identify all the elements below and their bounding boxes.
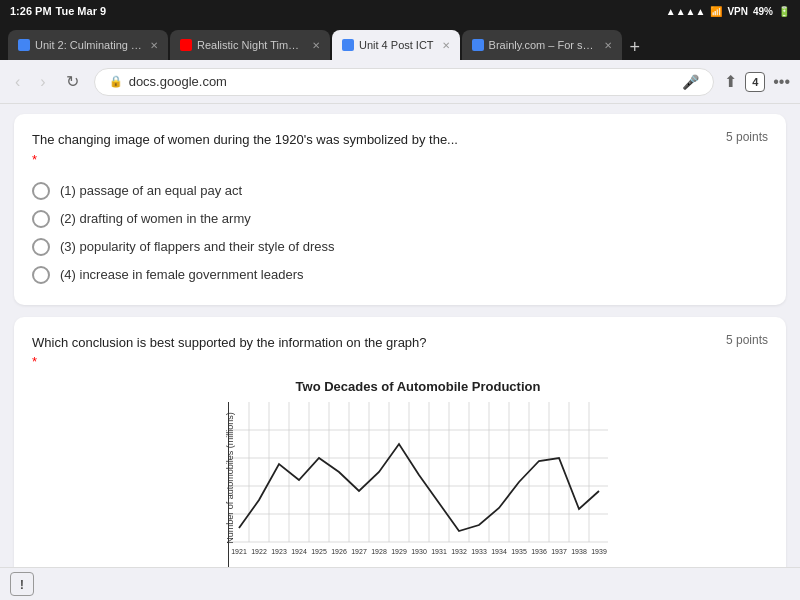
radio-q1o3[interactable] bbox=[32, 238, 50, 256]
tab-favicon-unit4 bbox=[342, 39, 354, 51]
svg-text:1939: 1939 bbox=[591, 548, 607, 555]
svg-text:1929: 1929 bbox=[391, 548, 407, 555]
microphone-icon[interactable]: 🎤 bbox=[682, 74, 699, 90]
svg-text:1935: 1935 bbox=[511, 548, 527, 555]
option-row-q1o2: (2) drafting of women in the army bbox=[32, 205, 768, 233]
question-2-card: Which conclusion is best supported by th… bbox=[14, 317, 786, 601]
option-text-q1o2: (2) drafting of women in the army bbox=[60, 211, 251, 226]
chart-title: Two Decades of Automobile Production bbox=[228, 379, 608, 394]
tab-realistic-night[interactable]: Realistic Night Time Rou... ✕ bbox=[170, 30, 330, 60]
address-bar: ‹ › ↻ 🔒 docs.google.com 🎤 ⬆ 4 ••• bbox=[0, 60, 800, 104]
exclamation-button[interactable]: ! bbox=[10, 572, 34, 596]
svg-text:1938: 1938 bbox=[571, 548, 587, 555]
svg-text:1921: 1921 bbox=[231, 548, 247, 555]
svg-text:1927: 1927 bbox=[351, 548, 367, 555]
date-display: Tue Mar 9 bbox=[56, 5, 107, 17]
radio-q1o1[interactable] bbox=[32, 182, 50, 200]
tab-close-realistic[interactable]: ✕ bbox=[312, 40, 320, 51]
question-1-text-wrapper: The changing image of women during the 1… bbox=[32, 130, 458, 167]
question-1-required: * bbox=[32, 152, 458, 167]
tab-close-unit2[interactable]: ✕ bbox=[150, 40, 158, 51]
radio-q1o2[interactable] bbox=[32, 210, 50, 228]
tab-label-realistic: Realistic Night Time Rou... bbox=[197, 39, 304, 51]
battery-icon: 🔋 bbox=[778, 6, 790, 17]
svg-text:1923: 1923 bbox=[271, 548, 287, 555]
svg-text:1937: 1937 bbox=[551, 548, 567, 555]
question-2-text: Which conclusion is best supported by th… bbox=[32, 335, 427, 350]
tab-unit4-post-ict[interactable]: Unit 4 Post ICT ✕ bbox=[332, 30, 460, 60]
question-1-options: (1) passage of an equal pay act (2) draf… bbox=[32, 177, 768, 289]
option-row-q1o1: (1) passage of an equal pay act bbox=[32, 177, 768, 205]
chart-outer: Number of automobiles (millions) Two Dec… bbox=[192, 379, 608, 577]
content-area: The changing image of women during the 1… bbox=[0, 104, 800, 600]
tab-count-badge[interactable]: 4 bbox=[745, 72, 765, 92]
time-display: 1:26 PM bbox=[10, 5, 52, 17]
tab-favicon-realistic bbox=[180, 39, 192, 51]
status-bar: 1:26 PM Tue Mar 9 ▲▲▲▲ 📶 VPN 49% 🔋 bbox=[0, 0, 800, 22]
tab-close-unit4[interactable]: ✕ bbox=[442, 40, 450, 51]
tab-label-unit4: Unit 4 Post ICT bbox=[359, 39, 434, 51]
svg-text:1934: 1934 bbox=[491, 548, 507, 555]
tab-close-brainly[interactable]: ✕ bbox=[604, 40, 612, 51]
svg-text:1928: 1928 bbox=[371, 548, 387, 555]
tab-label-unit2: Unit 2: Culminating Task bbox=[35, 39, 142, 51]
bottom-bar: ! bbox=[0, 567, 800, 600]
question-1-points: 5 points bbox=[726, 130, 768, 144]
question-1-card: The changing image of women during the 1… bbox=[14, 114, 786, 305]
tab-brainly[interactable]: Brainly.com – For stude... ✕ bbox=[462, 30, 622, 60]
lock-icon: 🔒 bbox=[109, 75, 123, 88]
status-right: ▲▲▲▲ 📶 VPN 49% 🔋 bbox=[666, 6, 790, 17]
tab-bar: Unit 2: Culminating Task ✕ Realistic Nig… bbox=[0, 22, 800, 60]
svg-text:1924: 1924 bbox=[291, 548, 307, 555]
chart-y-label: Number of automobiles (millions) bbox=[225, 412, 235, 544]
option-row-q1o3: (3) popularity of flappers and their sty… bbox=[32, 233, 768, 261]
question-2-text-wrapper: Which conclusion is best supported by th… bbox=[32, 333, 427, 370]
svg-text:1936: 1936 bbox=[531, 548, 547, 555]
option-text-q1o4: (4) increase in female government leader… bbox=[60, 267, 304, 282]
svg-text:1932: 1932 bbox=[451, 548, 467, 555]
option-text-q1o3: (3) popularity of flappers and their sty… bbox=[60, 239, 335, 254]
reload-button[interactable]: ↻ bbox=[61, 70, 84, 93]
battery-label: 49% bbox=[753, 6, 773, 17]
question-1-text: The changing image of women during the 1… bbox=[32, 132, 458, 147]
svg-text:1933: 1933 bbox=[471, 548, 487, 555]
new-tab-button[interactable]: + bbox=[624, 37, 647, 58]
radio-q1o4[interactable] bbox=[32, 266, 50, 284]
option-text-q1o1: (1) passage of an equal pay act bbox=[60, 183, 242, 198]
question-2-header: Which conclusion is best supported by th… bbox=[32, 333, 768, 370]
tab-label-brainly: Brainly.com – For stude... bbox=[489, 39, 596, 51]
url-text: docs.google.com bbox=[129, 74, 677, 89]
wifi-icon: 📶 bbox=[710, 6, 722, 17]
svg-text:1931: 1931 bbox=[431, 548, 447, 555]
question-2-points: 5 points bbox=[726, 333, 768, 347]
automobile-chart: 1 2 3 4 5 bbox=[228, 402, 608, 577]
tab-unit2[interactable]: Unit 2: Culminating Task ✕ bbox=[8, 30, 168, 60]
svg-text:1922: 1922 bbox=[251, 548, 267, 555]
url-bar[interactable]: 🔒 docs.google.com 🎤 bbox=[94, 68, 715, 96]
back-button[interactable]: ‹ bbox=[10, 71, 25, 93]
more-options-button[interactable]: ••• bbox=[773, 73, 790, 91]
svg-text:1926: 1926 bbox=[331, 548, 347, 555]
question-2-required: * bbox=[32, 354, 427, 369]
option-row-q1o4: (4) increase in female government leader… bbox=[32, 261, 768, 289]
signal-icon: ▲▲▲▲ bbox=[666, 6, 706, 17]
address-bar-right: ⬆ 4 ••• bbox=[724, 72, 790, 92]
vpn-label: VPN bbox=[727, 6, 748, 17]
svg-text:1925: 1925 bbox=[311, 548, 327, 555]
status-left: 1:26 PM Tue Mar 9 bbox=[10, 5, 106, 17]
svg-text:1930: 1930 bbox=[411, 548, 427, 555]
chart-wrapper: Number of automobiles (millions) Two Dec… bbox=[32, 379, 768, 577]
tab-favicon-brainly bbox=[472, 39, 484, 51]
share-button[interactable]: ⬆ bbox=[724, 72, 737, 91]
tab-favicon-unit2 bbox=[18, 39, 30, 51]
forward-button[interactable]: › bbox=[35, 71, 50, 93]
question-1-header: The changing image of women during the 1… bbox=[32, 130, 768, 167]
